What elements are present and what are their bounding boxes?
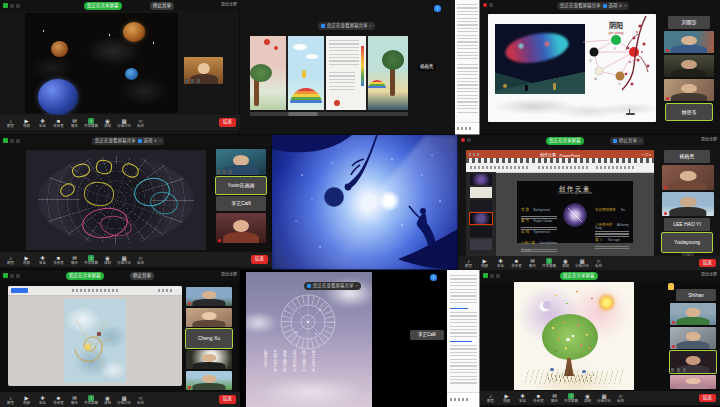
toolbar-mute-button[interactable]: ♪静音	[4, 395, 17, 405]
participant-video-active[interactable]	[670, 351, 716, 373]
toolbar-video-button[interactable]: ▶视频	[478, 258, 491, 268]
quick-access-icons[interactable]	[469, 153, 481, 156]
participant-video[interactable]	[186, 287, 232, 306]
participant-video[interactable]	[670, 303, 716, 325]
participant-video[interactable]	[186, 308, 232, 327]
viewing-banner[interactable]: 您正在查看屏幕共享 选项 ∨ ×	[92, 137, 164, 145]
toolbar-record-button[interactable]: ◉录制	[101, 118, 114, 128]
toolbar-reactions-button[interactable]: ☺反应	[614, 393, 627, 403]
toolbar-participants-button[interactable]: ☻参会者	[532, 393, 545, 403]
toolbar-security-button[interactable]: ✚安全	[516, 393, 529, 403]
scrollbar-thumb[interactable]	[288, 112, 318, 116]
end-meeting-button[interactable]: 结束	[699, 259, 716, 268]
participant-video[interactable]	[662, 192, 714, 216]
slide-thumbnail[interactable]	[470, 239, 492, 250]
viewing-banner[interactable]: 您正在查看屏幕共享 ×	[304, 282, 361, 290]
toolbar-chat-button[interactable]: ✉聊天	[526, 258, 539, 268]
participant-name-box-active[interactable]: 林思岑	[666, 104, 712, 120]
toolbar-reactions-button[interactable]: ☺反应	[134, 395, 147, 405]
participant-video[interactable]	[664, 55, 714, 77]
viewing-banner[interactable]: 您正在查看屏幕共享 选项 ∨ ×	[557, 2, 629, 10]
toolbar-record-button[interactable]: ◉录制	[581, 393, 594, 403]
meeting-info-cluster[interactable]	[3, 3, 20, 8]
toolbar-participants-button[interactable]: ☻参会者	[510, 258, 523, 268]
toolbar-breakout-button[interactable]: ▦分组讨论	[117, 395, 131, 405]
powerpoint-window[interactable]: 创作元素 - PowerPoint ─ □ × 创作元素 Creative De…	[466, 150, 654, 256]
toolbar-participants-button[interactable]: ☻参会者	[52, 395, 65, 405]
slide-thumbnail[interactable]	[470, 200, 492, 211]
chat-link[interactable]	[450, 308, 468, 309]
end-meeting-button[interactable]: 结束	[251, 255, 268, 264]
participant-video[interactable]	[670, 327, 716, 349]
participant-video[interactable]	[216, 213, 266, 243]
scrollbar[interactable]	[250, 112, 408, 116]
toolbar-share-button[interactable]: ↑共享屏幕	[84, 395, 98, 405]
meeting-pill[interactable]: 停止共享 ×	[610, 137, 644, 145]
viewing-banner[interactable]: 您正在查看屏幕共享 ×	[318, 22, 375, 30]
toolbar-video-button[interactable]: ▶视频	[20, 395, 33, 405]
toolbar-share-button[interactable]: ↑共享屏幕	[542, 258, 556, 268]
toolbar-reactions-button[interactable]: ☺反应	[134, 118, 147, 128]
toolbar-record-button[interactable]: ◉录制	[101, 255, 114, 265]
exit-fullscreen-button[interactable]: 退出全屏	[221, 273, 237, 277]
toolbar-mute-button[interactable]: ♪静音	[4, 255, 17, 265]
toolbar-security-button[interactable]: ✚安全	[36, 118, 49, 128]
toolbar-share-button[interactable]: ↑共享屏幕	[84, 255, 98, 265]
close-icon[interactable]: ×	[356, 284, 358, 288]
toolbar-chat-button[interactable]: ✉聊天	[68, 255, 81, 265]
shared-app-window[interactable]	[8, 286, 182, 386]
slide-thumbnail[interactable]	[470, 187, 492, 198]
participant-video[interactable]	[184, 57, 223, 84]
toolbar-breakout-button[interactable]: ▦分组讨论	[117, 118, 131, 128]
toolbar-breakout-button[interactable]: ▦分组讨论	[575, 258, 589, 268]
toolbar-share-button[interactable]: ↑共享屏幕	[84, 118, 98, 128]
toolbar-breakout-button[interactable]: ▦分组讨论	[117, 255, 131, 265]
chat-input[interactable]	[447, 392, 480, 407]
ppt-titlebar[interactable]: 创作元素 - PowerPoint ─ □ ×	[466, 150, 654, 158]
toolbar-participants-button[interactable]: ☻参会者	[52, 118, 65, 128]
toolbar-security-button[interactable]: ✚安全	[494, 258, 507, 268]
toolbar-chat-button[interactable]: ✉聊天	[68, 395, 81, 405]
meeting-info-cluster[interactable]	[3, 273, 20, 278]
app-blue-button[interactable]	[11, 288, 28, 293]
close-icon[interactable]: ×	[159, 139, 161, 143]
participant-video[interactable]	[664, 31, 714, 53]
end-meeting-button[interactable]: 结束	[219, 118, 236, 127]
end-meeting-button[interactable]: 结束	[219, 395, 236, 404]
participant-video[interactable]	[216, 149, 266, 175]
info-button[interactable]: i	[430, 274, 437, 281]
stop-share-button[interactable]: 停止共享	[130, 272, 154, 280]
chat-input[interactable]	[455, 122, 480, 135]
exit-fullscreen-button[interactable]: 退出全屏	[701, 138, 717, 142]
meeting-info-cluster[interactable]	[3, 138, 20, 143]
exit-fullscreen-button[interactable]: 退出全屏	[221, 3, 237, 7]
end-meeting-button[interactable]: 结束	[699, 394, 716, 403]
toolbar-mute-button[interactable]: ♪静音	[462, 258, 475, 268]
stop-share-button[interactable]: 停止共享	[150, 2, 174, 10]
info-button[interactable]: i	[434, 5, 441, 12]
participant-name-box[interactable]: 李艺Calli	[216, 196, 266, 211]
participant-video[interactable]	[662, 165, 714, 190]
window-controls[interactable]: ─ □ ×	[641, 152, 651, 157]
toolbar-record-button[interactable]: ◉录制	[559, 258, 572, 268]
participant-name-box-active[interactable]: Yuxin在画画	[216, 177, 266, 194]
chat-panel[interactable]	[455, 0, 480, 135]
toolbar-reactions-button[interactable]: ☺反应	[592, 258, 605, 268]
close-icon[interactable]: ×	[624, 4, 626, 8]
slide-thumbnail[interactable]	[470, 226, 492, 237]
chat-panel[interactable]	[447, 270, 480, 407]
slide-thumbnail-selected[interactable]	[470, 213, 492, 224]
toolbar-video-button[interactable]: ▶视频	[20, 255, 33, 265]
participant-video[interactable]	[186, 371, 232, 390]
toolbar-security-button[interactable]: ✚安全	[36, 255, 49, 265]
meeting-info-cluster[interactable]	[483, 273, 500, 278]
slide-thumbnail[interactable]	[470, 174, 492, 185]
toolbar-video-button[interactable]: ▶视频	[20, 118, 33, 128]
participant-video[interactable]	[670, 375, 716, 389]
toolbar-share-button[interactable]: ↑共享屏幕	[564, 393, 578, 403]
app-toolbar[interactable]	[8, 286, 182, 296]
app-zoom-control[interactable]	[158, 289, 174, 292]
participant-video[interactable]	[664, 79, 714, 101]
toolbar-record-button[interactable]: ◉录制	[101, 395, 114, 405]
participant-name-box-active[interactable]: Cheng Xu	[186, 329, 232, 348]
